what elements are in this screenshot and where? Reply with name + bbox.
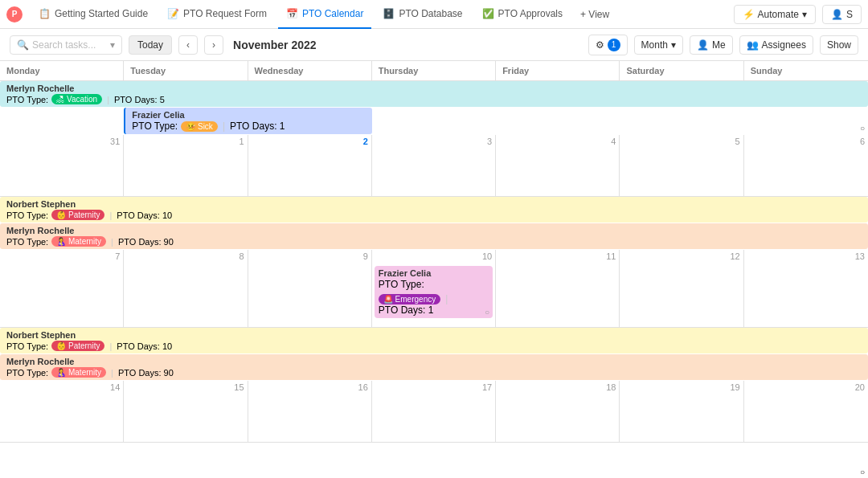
search-placeholder: Search tasks... [32, 39, 96, 51]
date-cell-31: 31 [0, 135, 124, 148]
paternity-badge-2: 👶 Paternity [51, 341, 104, 351]
paternity-badge: 👶 Paternity [51, 210, 104, 220]
toolbar-right: ⚙ 1 Month ▾ 👤 Me 👥 Assignees Show [588, 35, 858, 55]
cell-fri-2 [496, 263, 620, 327]
search-dropdown-icon[interactable]: ▾ [110, 39, 115, 51]
assignees-icon: 👥 [747, 39, 759, 51]
cell-sat-1 [620, 148, 743, 196]
header-monday: Monday [0, 61, 124, 80]
show-button[interactable]: Show [820, 35, 858, 55]
share-button[interactable]: 👤 S [822, 5, 862, 24]
today-button[interactable]: Today [129, 35, 172, 55]
me-filter[interactable]: 👤 Me [690, 35, 733, 55]
pto-type-label-6: PTO Type: [6, 341, 48, 351]
pto-days-line: PTO Days: 1 [379, 304, 489, 316]
search-box[interactable]: 🔍 Search tasks... ▾ [10, 35, 122, 55]
month-selector[interactable]: Month ▾ [634, 35, 683, 55]
tab-pto-calendar[interactable]: 📅 PTO Calendar [278, 0, 371, 29]
norbert-paternity-event[interactable]: Norbert Stephen PTO Type: 👶 Paternity | … [0, 197, 868, 223]
pto-days-label: PTO Days: 5 [114, 95, 165, 104]
pto-days-label-4: PTO Days: 90 [118, 237, 174, 247]
pto-type-label-4: PTO Type: [6, 237, 48, 247]
tab-pto-database[interactable]: 🗄️ PTO Database [375, 0, 470, 29]
automate-button[interactable]: ⚡ Automate ▾ [734, 5, 816, 24]
date-cell-15: 15 [124, 381, 248, 394]
date-cell-19: 19 [620, 381, 743, 394]
vacation-badge: 🏖 Vacation [51, 94, 102, 104]
cell-mon-3 [0, 394, 124, 442]
top-bar-right: ⚡ Automate ▾ 👤 S [734, 5, 862, 24]
frazier-emergency-name: Frazier Celia [379, 268, 489, 278]
tab-getting-started[interactable]: 📋 Getting Started Guide [31, 0, 156, 29]
date-cell-6: 6 [744, 135, 868, 148]
week-2-content: Frazier Celia PTO Type: 🚨 Emergency | PT… [0, 263, 868, 327]
merlyn-maternity-event[interactable]: Merlyn Rochelle PTO Type: 🤱 Maternity | … [0, 223, 868, 249]
chevron-down-icon: ▾ [802, 9, 807, 20]
merlyn-maternity-event-2[interactable]: Merlyn Rochelle PTO Type: 🤱 Maternity | … [0, 354, 868, 380]
date-cell-2: 2 [248, 135, 372, 148]
cell-wed-3 [248, 394, 372, 442]
date-cell-14: 14 [0, 381, 124, 394]
emergency-badge: 🚨 Emergency [379, 294, 440, 304]
pto-days-label-7: PTO Days: 90 [118, 368, 174, 378]
person-icon: 👤 [697, 39, 709, 51]
pto-type-label: PTO Type: [6, 95, 48, 104]
pto-request-icon: 📝 [167, 8, 179, 19]
merlyn-maternity-name: Merlyn Rochelle [6, 226, 862, 235]
filter-badge: 1 [608, 39, 620, 51]
date-cell-10: 10 [372, 250, 496, 263]
week-3-content [0, 394, 868, 442]
cell-wed-2 [248, 263, 372, 327]
prev-month-button[interactable]: ‹ [178, 35, 198, 55]
calendar: Monday Tuesday Wednesday Thursday Friday… [0, 61, 868, 478]
cell-sat-3 [620, 394, 743, 442]
cell-thu-2: Frazier Celia PTO Type: 🚨 Emergency | PT… [372, 263, 496, 327]
tab-pto-request[interactable]: 📝 PTO Request Form [159, 0, 275, 29]
pto-calendar-icon: 📅 [286, 8, 298, 19]
date-cell-4: 4 [496, 135, 620, 148]
filter-icon: ⚙ [596, 39, 604, 51]
cell-fri-1 [496, 148, 620, 196]
pto-days-label-5: PTO Days: 1 [379, 304, 433, 316]
date-cell-1: 1 [124, 135, 248, 148]
month-title: November 2022 [233, 39, 317, 51]
week-2-dates: 7 8 9 10 11 12 13 [0, 250, 868, 263]
norbert-name: Norbert Stephen [6, 199, 862, 209]
merlyn-vacation-event[interactable]: Merlyn Rochelle PTO Type: 🏖 Vacation | P… [0, 81, 868, 107]
add-view-button[interactable]: + View [574, 9, 616, 20]
week-1-events: Merlyn Rochelle PTO Type: 🏖 Vacation | P… [0, 81, 868, 134]
date-cell-12: 12 [620, 250, 743, 263]
more-indicator-2: ○ [860, 124, 865, 133]
frazier-emergency-event[interactable]: Frazier Celia PTO Type: 🚨 Emergency | PT… [375, 266, 493, 318]
week-3-dates: 14 15 16 17 18 19 20 [0, 381, 868, 394]
app-logo: P [6, 6, 23, 22]
tab-pto-approvals[interactable]: ✅ PTO Approvals [474, 0, 571, 29]
header-thursday: Thursday [372, 61, 496, 80]
week-1-dates: 31 1 2 3 4 5 6 [0, 135, 868, 148]
more-indicator-5: ○ [485, 308, 489, 317]
date-cell-7: 7 [0, 250, 124, 263]
date-cell-20: 20 [744, 381, 868, 394]
frazier-sick-name: Frazier Celia [132, 110, 366, 120]
calendar-body: Merlyn Rochelle PTO Type: 🏖 Vacation | P… [0, 81, 868, 478]
week-3: Norbert Stephen PTO Type: 👶 Paternity | … [0, 328, 868, 443]
filter-button[interactable]: ⚙ 1 [588, 35, 628, 55]
cell-fri-3 [496, 394, 620, 442]
automate-icon: ⚡ [743, 9, 755, 20]
assignees-filter[interactable]: 👥 Assignees [739, 35, 813, 55]
pto-days-label-3: PTO Days: 10 [117, 210, 172, 220]
header-tuesday: Tuesday [124, 61, 248, 80]
week-1-content [0, 148, 868, 196]
date-cell-13: 13 [744, 250, 868, 263]
cell-sun-2 [744, 263, 868, 327]
frazier-sick-event[interactable]: Frazier Celia PTO Type: 🤒 Sick | PTO Day… [124, 108, 372, 134]
pto-database-icon: 🗄️ [383, 8, 395, 19]
norbert-paternity-event-2[interactable]: Norbert Stephen PTO Type: 👶 Paternity | … [0, 328, 868, 353]
cell-tue-2 [124, 263, 248, 327]
week-2: Norbert Stephen PTO Type: 👶 Paternity | … [0, 197, 868, 328]
next-month-button[interactable]: › [204, 35, 223, 55]
pto-days-label-2: PTO Days: 1 [230, 121, 285, 132]
date-cell-17: 17 [372, 381, 496, 394]
norbert-details-2: PTO Type: 👶 Paternity | PTO Days: 10 ○ [6, 341, 862, 351]
cell-thu-3 [372, 394, 496, 442]
